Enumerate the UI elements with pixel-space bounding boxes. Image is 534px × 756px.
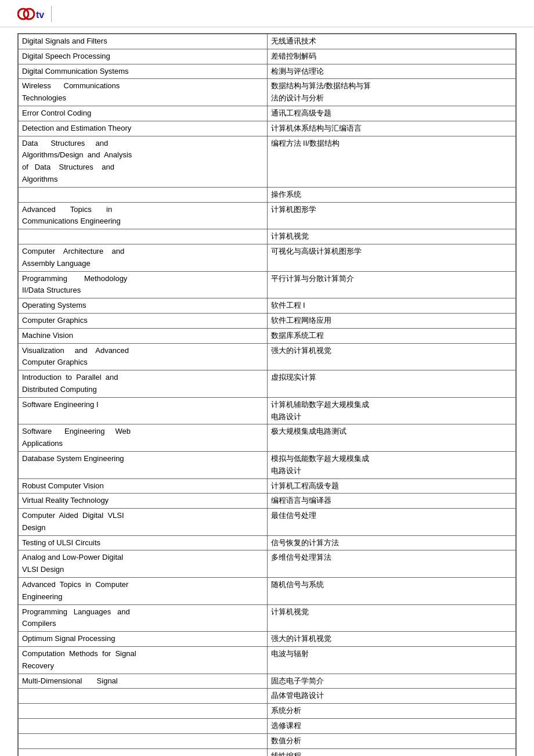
course-en — [19, 187, 268, 202]
table-row: 数值分析 — [19, 733, 516, 748]
course-en: Multi-Dimensional Signal — [19, 674, 268, 689]
course-zh: 强大的计算机视觉 — [267, 343, 516, 370]
course-en: Testing of ULSI Circuits — [19, 535, 268, 550]
main-content: Digital Signals and Filters无线通讯技术Digital… — [0, 27, 534, 756]
table-row: Programming Methodology II/Data Structur… — [19, 271, 516, 298]
course-zh: 计算机图形学 — [267, 202, 516, 229]
course-en — [19, 748, 268, 756]
course-zh: 平行计算与分散计算简介 — [267, 271, 516, 298]
course-zh: 晶体管电路设计 — [267, 689, 516, 704]
table-row: Software Engineering Web Applications极大规… — [19, 424, 516, 452]
course-zh: 计算机体系结构与汇编语言 — [267, 121, 516, 136]
course-zh: 线性编程 — [267, 748, 516, 756]
table-row: Computer Aided Digital VLSI Design最佳信号处理 — [19, 509, 516, 536]
course-zh: 无线通讯技术 — [267, 34, 516, 49]
course-zh: 信号恢复的计算方法 — [267, 535, 516, 550]
course-zh: 操作系统 — [267, 187, 516, 202]
table-row: Computation Methods for Signal Recovery电… — [19, 647, 516, 674]
table-row: Operating Systems软件工程 I — [19, 298, 516, 314]
table-row: Error Control Coding通讯工程高级专题 — [19, 106, 516, 121]
table-row: Data Structures and Algorithms/Design an… — [19, 136, 516, 187]
course-zh: 数值分析 — [267, 733, 516, 748]
table-row: 操作系统 — [19, 187, 516, 202]
course-zh: 软件工程 I — [267, 298, 516, 314]
course-zh: 模拟与低能数字超大规模集成 电路设计 — [267, 451, 516, 478]
course-en: Machine Vision — [19, 328, 268, 343]
course-en: Software Engineering I — [19, 397, 268, 424]
course-zh: 数据库系统工程 — [267, 328, 516, 343]
course-zh: 编程语言与编译器 — [267, 494, 516, 509]
course-zh: 随机信号与系统 — [267, 578, 516, 605]
course-zh: 检测与评估理论 — [267, 64, 516, 79]
course-zh: 多维信号处理算法 — [267, 550, 516, 578]
course-en: Computation Methods for Signal Recovery — [19, 647, 268, 674]
table-row: Detection and Estimation Theory计算机体系结构与汇… — [19, 121, 516, 136]
course-en: Digital Speech Processing — [19, 49, 268, 64]
table-row: Robust Computer Vision计算机工程高级专题 — [19, 478, 516, 494]
table-row: Visualization and Advanced Computer Grap… — [19, 343, 516, 370]
course-zh: 软件工程网络应用 — [267, 313, 516, 328]
course-en — [19, 704, 268, 719]
table-row: 计算机视觉 — [19, 229, 516, 244]
course-zh: 系统分析 — [267, 704, 516, 719]
course-zh: 计算机工程高级专题 — [267, 478, 516, 494]
course-zh: 通讯工程高级专题 — [267, 106, 516, 121]
svg-text:tv: tv — [36, 10, 44, 20]
table-row: Computer Architecture and Assembly Langu… — [19, 244, 516, 271]
course-zh: 数据结构与算法/数据结构与算 法的设计与分析 — [267, 79, 516, 106]
table-row: Multi-Dimensional Signal固态电子学简介 — [19, 674, 516, 689]
cctv-logo: tv — [17, 6, 48, 21]
course-en — [19, 733, 268, 748]
table-row: Software Engineering I计算机辅助数字超大规模集成 电路设计 — [19, 397, 516, 424]
table-row: Digital Speech Processing差错控制解码 — [19, 49, 516, 64]
table-row: Machine Vision数据库系统工程 — [19, 328, 516, 343]
course-en: Advanced Topics in Computer Engineering — [19, 578, 268, 605]
course-zh: 差错控制解码 — [267, 49, 516, 64]
course-en: Analog and Low-Power Digital VLSI Design — [19, 550, 268, 578]
table-row: Wireless Communications Technologies数据结构… — [19, 79, 516, 106]
course-en: Database System Engineering — [19, 451, 268, 478]
course-en: Computer Graphics — [19, 313, 268, 328]
course-zh: 计算机视觉 — [267, 229, 516, 244]
course-en: Programming Methodology II/Data Structur… — [19, 271, 268, 298]
course-en: Optimum Signal Processing — [19, 632, 268, 647]
course-zh: 电波与辐射 — [267, 647, 516, 674]
course-zh: 最佳信号处理 — [267, 509, 516, 536]
course-zh: 编程方法 II/数据结构 — [267, 136, 516, 187]
table-row: Programming Languages and Compilers计算机视觉 — [19, 604, 516, 632]
table-row: 选修课程 — [19, 719, 516, 734]
course-en: Digital Communication Systems — [19, 64, 268, 79]
course-en: Introduction to Parallel and Distributed… — [19, 370, 268, 398]
course-en: Software Engineering Web Applications — [19, 424, 268, 452]
table-row: Testing of ULSI Circuits信号恢复的计算方法 — [19, 535, 516, 550]
course-en: Detection and Estimation Theory — [19, 121, 268, 136]
course-en: Data Structures and Algorithms/Design an… — [19, 136, 268, 187]
course-en: Visualization and Advanced Computer Grap… — [19, 343, 268, 370]
course-en — [19, 719, 268, 734]
course-en — [19, 689, 268, 704]
course-zh: 可视化与高级计算机图形学 — [267, 244, 516, 271]
course-en: Wireless Communications Technologies — [19, 79, 268, 106]
logo-area: tv — [17, 6, 55, 22]
table-row: 线性编程 — [19, 748, 516, 756]
course-en: Advanced Topics in Communications Engine… — [19, 202, 268, 229]
course-en — [19, 229, 268, 244]
table-row: Database System Engineering模拟与低能数字超大规模集成… — [19, 451, 516, 478]
course-table: Digital Signals and Filters无线通讯技术Digital… — [18, 34, 516, 756]
course-en: Robust Computer Vision — [19, 478, 268, 494]
table-row: Computer Graphics软件工程网络应用 — [19, 313, 516, 328]
course-en: Computer Aided Digital VLSI Design — [19, 509, 268, 536]
table-row: Introduction to Parallel and Distributed… — [19, 370, 516, 398]
page-header: tv — [0, 0, 534, 27]
course-zh: 极大规模集成电路测试 — [267, 424, 516, 452]
table-row: 系统分析 — [19, 704, 516, 719]
course-zh: 固态电子学简介 — [267, 674, 516, 689]
site-info — [515, 10, 517, 18]
table-row: Digital Signals and Filters无线通讯技术 — [19, 34, 516, 49]
course-zh: 计算机视觉 — [267, 604, 516, 632]
course-table-container: Digital Signals and Filters无线通讯技术Digital… — [17, 33, 517, 756]
course-en: Digital Signals and Filters — [19, 34, 268, 49]
table-row: Virtual Reality Technology编程语言与编译器 — [19, 494, 516, 509]
table-row: Digital Communication Systems检测与评估理论 — [19, 64, 516, 79]
course-en: Programming Languages and Compilers — [19, 604, 268, 632]
